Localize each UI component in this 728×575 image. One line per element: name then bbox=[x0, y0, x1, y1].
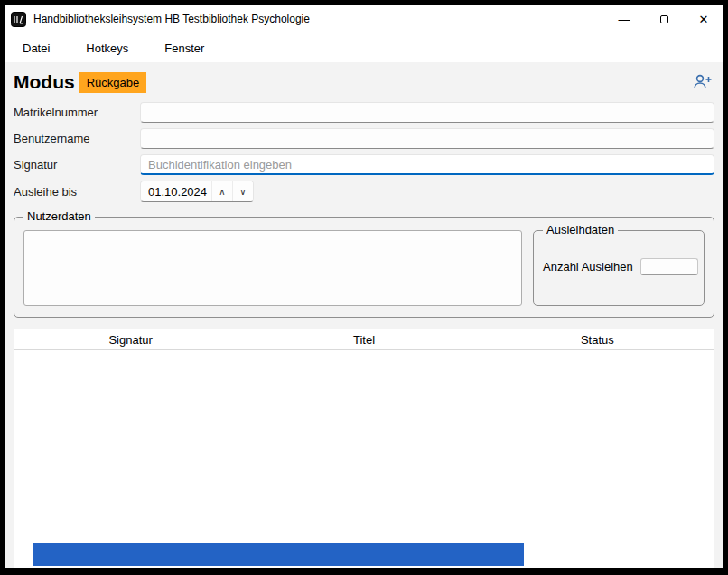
main-content: Modus Rückgabe Matrikelnummer Benutzerna… bbox=[5, 62, 723, 568]
ausleihe-bis-label: Ausleihe bis bbox=[14, 185, 140, 199]
menu-bar: Datei Hotkeys Fenster bbox=[5, 33, 723, 62]
minimize-button[interactable]: — bbox=[604, 5, 644, 33]
page-title: Modus bbox=[14, 71, 75, 93]
signatur-input[interactable] bbox=[140, 154, 714, 175]
date-spinner: ∧ ∨ bbox=[140, 181, 254, 202]
spin-down-button[interactable]: ∨ bbox=[232, 181, 253, 201]
maximize-button[interactable] bbox=[644, 5, 684, 33]
column-header-status[interactable]: Status bbox=[481, 329, 714, 349]
progress-bar bbox=[33, 543, 524, 566]
app-window: Handbibliotheksleihsystem HB Testbibliot… bbox=[0, 0, 728, 575]
nutzerdaten-group: Nutzerdaten Ausleihdaten Anzahl Ausleihe… bbox=[14, 217, 714, 318]
maximize-icon bbox=[660, 15, 668, 23]
anzahl-ausleihen-label: Anzahl Ausleihen bbox=[543, 260, 633, 274]
status-bar bbox=[14, 541, 714, 568]
table-header: Signatur Titel Status bbox=[14, 329, 714, 350]
menu-item-datei[interactable]: Datei bbox=[12, 37, 61, 60]
matrikelnummer-label: Matrikelnummer bbox=[14, 106, 140, 119]
anzahl-ausleihen-input[interactable] bbox=[640, 258, 698, 275]
mode-badge: Rückgabe bbox=[79, 72, 147, 93]
app-icon bbox=[11, 12, 26, 27]
date-input[interactable] bbox=[141, 181, 211, 201]
column-header-signatur[interactable]: Signatur bbox=[14, 329, 247, 349]
ausleihdaten-group: Ausleihdaten Anzahl Ausleihen bbox=[533, 230, 705, 306]
nutzerdaten-group-title: Nutzerdaten bbox=[23, 209, 95, 223]
nutzerdaten-textarea[interactable] bbox=[23, 230, 522, 306]
table-body[interactable] bbox=[14, 350, 714, 541]
signatur-label: Signatur bbox=[14, 158, 140, 172]
close-button[interactable]: ✕ bbox=[684, 5, 723, 33]
chevron-down-icon: ∨ bbox=[239, 187, 246, 197]
benutzername-label: Benutzername bbox=[14, 132, 140, 145]
menu-item-hotkeys[interactable]: Hotkeys bbox=[75, 37, 139, 60]
spin-up-button[interactable]: ∧ bbox=[211, 181, 232, 201]
chevron-up-icon: ∧ bbox=[219, 187, 225, 197]
window-title: Handbibliotheksleihsystem HB Testbibliot… bbox=[33, 13, 310, 25]
menu-item-fenster[interactable]: Fenster bbox=[154, 37, 215, 60]
results-table: Signatur Titel Status bbox=[14, 329, 714, 541]
add-user-icon bbox=[693, 74, 713, 90]
title-bar: Handbibliotheksleihsystem HB Testbibliot… bbox=[5, 5, 723, 33]
benutzername-input[interactable] bbox=[140, 128, 714, 149]
add-user-button[interactable] bbox=[691, 72, 714, 92]
column-header-titel[interactable]: Titel bbox=[247, 329, 481, 349]
ausleihdaten-group-title: Ausleihdaten bbox=[543, 223, 618, 236]
matrikelnummer-input[interactable] bbox=[140, 102, 714, 123]
